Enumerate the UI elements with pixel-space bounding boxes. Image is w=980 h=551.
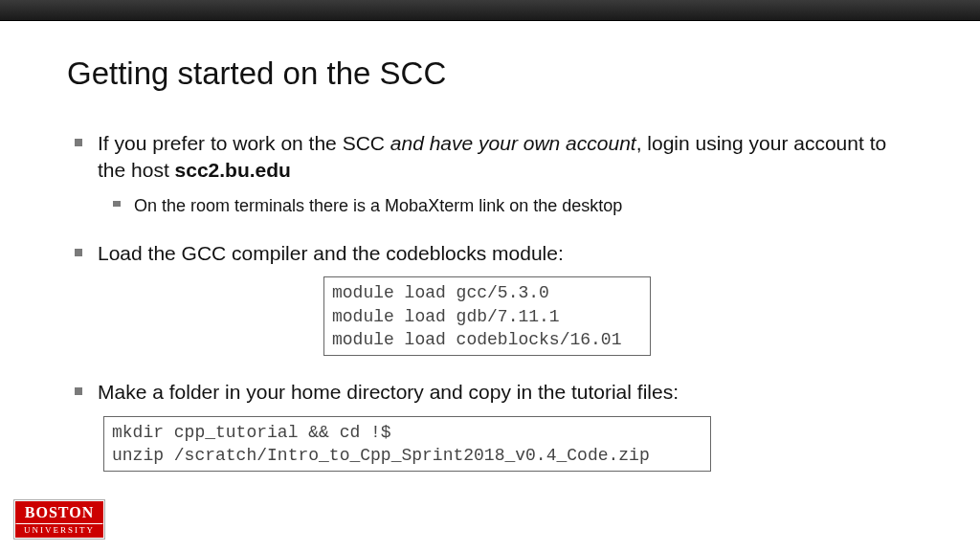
bullet-icon <box>75 249 82 256</box>
sub-bullet-text: On the room terminals there is a MobaXte… <box>134 194 622 217</box>
bullet-icon <box>75 139 82 146</box>
logo-bottom-text: UNIVERSITY <box>15 523 103 538</box>
bullet-list: If you prefer to work on the SCC and hav… <box>67 130 913 472</box>
bullet-item-1: If you prefer to work on the SCC and hav… <box>75 130 913 217</box>
bullet-text-1: If you prefer to work on the SCC and hav… <box>98 130 913 185</box>
code-block-mkdir: mkdir cpp_tutorial && cd !$ unzip /scrat… <box>103 416 711 473</box>
slide-body: Getting started on the SCC If you prefer… <box>0 21 980 472</box>
bullet-item-3: Make a folder in your home directory and… <box>75 379 913 472</box>
bullet-item-2: Load the GCC compiler and the codeblocks… <box>75 240 913 356</box>
bullet-text-2: Load the GCC compiler and the codeblocks… <box>98 240 564 267</box>
window-topbar <box>0 0 980 21</box>
text-fragment-italic: and have your own account <box>390 132 636 154</box>
text-fragment-bold: scc2.bu.edu <box>175 159 291 181</box>
slide-title: Getting started on the SCC <box>67 55 913 92</box>
sub-bullet-list: On the room terminals there is a MobaXte… <box>75 194 913 217</box>
bullet-icon <box>75 387 82 395</box>
bullet-text-3: Make a folder in your home directory and… <box>98 379 679 406</box>
bu-logo: BOSTON UNIVERSITY <box>13 499 105 540</box>
bullet-icon <box>113 201 121 207</box>
code-block-modules: module load gcc/5.3.0 module load gdb/7.… <box>323 276 651 356</box>
text-fragment: If you prefer to work on the SCC <box>98 132 390 154</box>
logo-top-text: BOSTON <box>15 501 103 523</box>
sub-bullet-item: On the room terminals there is a MobaXte… <box>113 194 913 217</box>
